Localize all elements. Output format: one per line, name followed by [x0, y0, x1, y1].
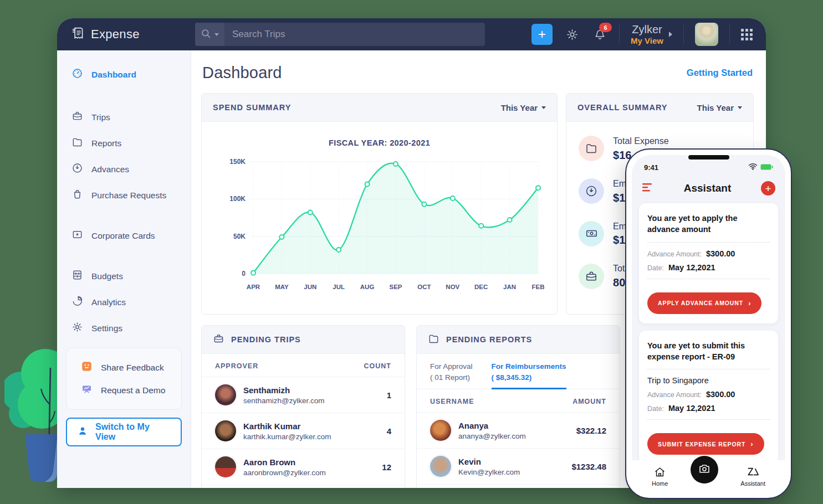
approver-name: Karthik Kumar: [243, 421, 331, 431]
summary-value: 80: [613, 276, 625, 289]
submit-expense-report-button[interactable]: SUBMIT EXPENSE REPORT›: [647, 433, 764, 455]
sidebar-item-analytics[interactable]: Analytics: [57, 289, 191, 315]
share-feedback-item[interactable]: Share Feedback: [69, 356, 179, 379]
sidebar-item-trips[interactable]: Trips: [57, 104, 191, 130]
battery-icon: [760, 162, 773, 172]
svg-text:NOV: NOV: [446, 284, 459, 290]
approver-email: karthik.kumar@zylker.com: [243, 433, 331, 441]
org-switcher[interactable]: Zylker My View: [631, 23, 672, 45]
app-logo[interactable]: Expense: [70, 26, 195, 43]
home-icon: [654, 466, 666, 479]
dashboard-icon: [71, 68, 83, 81]
camera-button[interactable]: [691, 456, 718, 484]
navbar-actions: + 6: [531, 23, 753, 46]
banknote-icon: [579, 221, 604, 246]
chart-title: FISCAL YEAR: 2020-2021: [202, 138, 557, 147]
divider: [619, 25, 620, 44]
nav-assistant-label: Assistant: [740, 480, 765, 487]
page-title: Dashboard: [202, 64, 282, 82]
getting-started-link[interactable]: Getting Started: [687, 68, 753, 78]
smiley-icon: [81, 361, 93, 374]
desktop-background: Expense +: [0, 0, 823, 504]
menu-hamburger-icon[interactable]: [642, 183, 654, 194]
assistant-zia-icon: [747, 466, 760, 479]
sidebar-item-settings[interactable]: Settings: [57, 315, 191, 341]
svg-text:AUG: AUG: [360, 284, 374, 290]
assistant-card-report: You are yet to submit this expense repor…: [639, 331, 778, 465]
pending-reports-title: PENDING REPORTS: [446, 335, 532, 344]
nav-home-label: Home: [652, 480, 668, 487]
tab-for-reimbursements[interactable]: For Reimbursements ( $8,345.32): [492, 361, 566, 389]
table-row[interactable]: Karthik Kumar karthik.kumar@zylker.com 4: [202, 413, 405, 449]
add-button[interactable]: +: [761, 181, 775, 196]
pending-reports-card: PENDING REPORTS For Approval ( 01 Report…: [416, 325, 620, 488]
settings-icon[interactable]: [564, 26, 580, 43]
svg-text:APR: APR: [246, 284, 260, 290]
apps-grid-icon[interactable]: [741, 29, 753, 40]
sidebar-item-purchase-requests[interactable]: Purchase Requests: [57, 182, 191, 208]
nav-assistant[interactable]: Assistant: [740, 466, 765, 487]
spend-summary-chart: 050K100K150KAPRMAYJUNJULAUGSEPOCTNOVDECJ…: [206, 151, 554, 301]
phone-screen: 9:41 Assistant: [632, 155, 785, 492]
sidebar-item-reports[interactable]: Reports: [57, 130, 191, 156]
phone-speaker: [688, 155, 729, 160]
folder-icon: [579, 136, 604, 161]
table-row[interactable]: Aaron Brown aaronbrown@zylker.com 12: [202, 449, 405, 485]
table-row[interactable]: Kevin Kevin@zylker.com $1232.48: [417, 449, 620, 485]
person-icon: [77, 425, 88, 439]
quick-create-button[interactable]: +: [531, 24, 553, 45]
search-bar[interactable]: [195, 23, 485, 46]
sidebar-item-dashboard[interactable]: Dashboard: [57, 61, 191, 88]
sidebar-item-label: Advances: [91, 164, 129, 174]
user-avatar[interactable]: [695, 23, 718, 46]
assistant-title: Assistant: [684, 182, 732, 194]
search-scope-dropdown[interactable]: [195, 23, 224, 46]
svg-text:SEP: SEP: [389, 284, 402, 290]
table-row[interactable]: Senthamizh senthamizh@zylker.com 1: [202, 377, 405, 413]
chevron-right-icon: [669, 32, 672, 37]
username: Ananya: [458, 421, 526, 430]
shopping-bag-icon: [71, 188, 83, 202]
sidebar-item-corporate-cards[interactable]: Corporate Cards: [57, 223, 191, 249]
folder-icon: [428, 333, 439, 346]
svg-text:FEB: FEB: [531, 284, 544, 290]
sidebar-item-label: Trips: [91, 112, 110, 122]
apply-advance-amount-button[interactable]: APPLY ADVANCE AMOUNT›: [647, 292, 761, 314]
sidebar-item-label: Settings: [91, 323, 122, 333]
card-title: You are yet to apply the advance amount: [647, 213, 770, 235]
overall-summary-period-dropdown[interactable]: This Year: [697, 103, 742, 112]
search-input[interactable]: [224, 23, 485, 46]
sidebar-item-budgets[interactable]: Budgets: [57, 263, 191, 289]
sidebar-item-advances[interactable]: Advances: [57, 156, 191, 182]
notifications-bell-icon[interactable]: 6: [591, 26, 608, 43]
avatar: [215, 456, 236, 477]
chevron-down-icon: [541, 106, 546, 109]
assistant-card-advance: You are yet to apply the advance amount …: [639, 203, 778, 323]
phone-overlay: 9:41 Assistant: [625, 148, 792, 499]
briefcase-icon: [71, 110, 83, 124]
avatar: [430, 420, 451, 441]
receipt-logo-icon: [70, 26, 85, 43]
chevron-down-icon: [214, 33, 219, 36]
svg-text:JUN: JUN: [304, 284, 316, 290]
sidebar-item-label: Purchase Requests: [91, 191, 166, 200]
request-demo-item[interactable]: Request a Demo: [69, 379, 179, 402]
spend-summary-period-dropdown[interactable]: This Year: [501, 103, 546, 112]
svg-text:50K: 50K: [233, 233, 246, 240]
approver-email: senthamizh@zylker.com: [243, 397, 325, 405]
chevron-down-icon: [738, 106, 742, 109]
sidebar-item-label: Corporate Cards: [91, 231, 155, 241]
switch-to-my-view-button[interactable]: Switch to My View: [66, 418, 182, 446]
svg-text:150K: 150K: [229, 158, 246, 166]
nav-home[interactable]: Home: [652, 466, 668, 487]
trip-count: 1: [387, 390, 391, 400]
column-count: COUNT: [364, 362, 391, 370]
table-row[interactable]: Ananya ananya@zylker.com $322.12: [417, 413, 620, 449]
gear-icon: [71, 321, 83, 335]
approver-name: Aaron Brown: [243, 457, 326, 467]
tab-for-approval[interactable]: For Approval ( 01 Report): [430, 361, 473, 389]
status-time: 9:41: [644, 163, 658, 172]
overall-summary-title: OVERALL SUMMARY: [577, 103, 667, 112]
spend-summary-card: SPEND SUMMARY This Year FISCAL YEAR: 202…: [201, 93, 558, 315]
trip-count: 12: [382, 462, 391, 472]
